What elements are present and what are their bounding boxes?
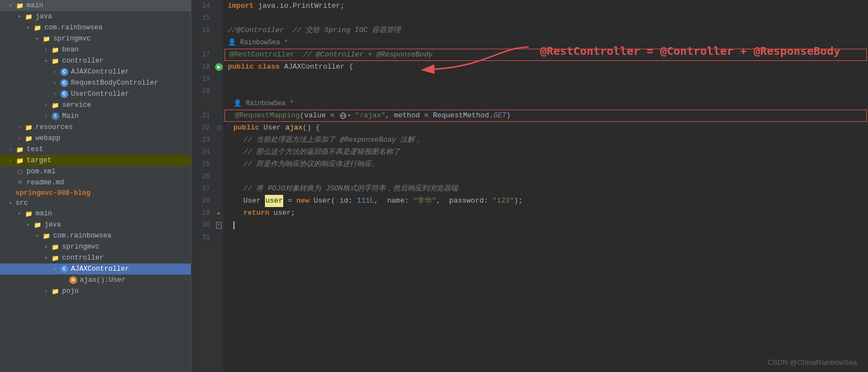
md-icon: M xyxy=(16,178,24,187)
method-icon: m xyxy=(69,276,78,285)
tree-item-ajax-method[interactable]: m ajax():User xyxy=(0,275,191,286)
code-line-20 xyxy=(223,85,868,97)
tree-arrow: › xyxy=(53,91,60,97)
tree-item-user-controller[interactable]: › C UserController xyxy=(0,89,191,100)
code-line-23: // 当前处理器方法上添加了 @ResponseBoay 注解， xyxy=(223,134,868,146)
tree-item-main[interactable]: ▾ 📁 main xyxy=(0,0,191,11)
keyword-public: public xyxy=(233,122,259,134)
tree-arrow: › xyxy=(44,288,51,294)
gutter-icon xyxy=(215,231,223,244)
gutter-icon: ⬡ xyxy=(215,122,223,134)
code-text: User xyxy=(243,195,265,207)
comment-zh-25: // 而是作为响应协议的响应体进行响应。 xyxy=(243,158,379,170)
tree-arrow: › xyxy=(44,102,51,108)
code-line-31 xyxy=(223,231,868,244)
tree-arrow: › xyxy=(9,147,16,153)
tree-item-requestbody-controller[interactable]: › C RequestBodyController xyxy=(0,78,191,89)
tree-item-project2[interactable]: springmvc-008-blog xyxy=(0,188,191,198)
tree-item-test[interactable]: › 📁 test xyxy=(0,144,191,155)
tree-label: resources xyxy=(35,123,188,131)
tree-item-springmvc[interactable]: ▾ 📁 springmvc xyxy=(0,33,191,44)
tree-item-ajax-controller[interactable]: › C AJAXController xyxy=(0,66,191,78)
line-num: 22 xyxy=(191,122,210,134)
tree-item-pom[interactable]: ⬡ pom.xml xyxy=(0,166,191,177)
tree-label: controller xyxy=(62,57,188,65)
line-num: 24 xyxy=(191,146,210,158)
comment-zh-23: // 当前处理器方法上添加了 @ResponseBoay 注解， xyxy=(243,134,422,146)
tree-arrow: ▾ xyxy=(35,232,42,239)
folder-icon: 📁 xyxy=(51,101,60,110)
line-num: 21 xyxy=(191,110,210,122)
tree-item-controller[interactable]: ▾ 📁 controller xyxy=(0,55,191,66)
var-user: user xyxy=(265,195,283,207)
gutter-icon xyxy=(215,12,223,24)
tree-label: Main xyxy=(62,112,188,120)
tree-label: service xyxy=(62,101,188,109)
tree-item-main-class[interactable]: › C Main xyxy=(0,111,191,122)
tree-item-com2[interactable]: ▾ 📁 com.rainbowsea xyxy=(0,230,191,241)
tree-item-java[interactable]: ▾ 📁 java xyxy=(0,11,191,22)
tree-item-controller2[interactable]: ▾ 📁 controller xyxy=(0,252,191,264)
code-space xyxy=(351,110,355,122)
code-line-author2: 👤 RainbowSea * xyxy=(223,97,868,110)
tree-arrow: › xyxy=(53,69,60,75)
code-line-15 xyxy=(223,12,868,24)
gutter-icon xyxy=(215,37,223,49)
tree-item-com[interactable]: ▾ 📁 com.rainbowsea xyxy=(0,22,191,33)
file-tree: ▾ 📁 main ▾ 📁 java ▾ 📁 com.rainbowsea ▾ 📁… xyxy=(0,0,191,372)
tree-arrow xyxy=(9,180,16,186)
gutter: ▶ ⬡ ⊳ + xyxy=(215,0,223,372)
line-num: 19 xyxy=(191,73,210,85)
folder-icon: 📁 xyxy=(51,254,60,262)
code-text: , password: xyxy=(436,195,492,207)
line-num: 20 xyxy=(191,85,210,97)
code-line-28: User user = new User( id: 111L , name: "… xyxy=(223,195,868,207)
code-text: java.io.PrintWriter; xyxy=(254,0,345,12)
gutter-icon: + xyxy=(215,219,223,231)
code-content[interactable]: import java.io.PrintWriter; //@Controlle… xyxy=(223,0,868,372)
code-line-24: // 那么这个方法的返回值不再是逻辑视图名称了 xyxy=(223,146,868,158)
tree-item-target[interactable]: › 📁 target xyxy=(0,155,191,166)
tree-item-main3[interactable]: ▾ 📁 main xyxy=(0,208,191,219)
tree-item-springmvc2[interactable]: ▾ 📁 springmvc xyxy=(0,241,191,252)
annotation-text: @RestController xyxy=(229,49,294,61)
line-num: 31 xyxy=(191,231,210,244)
tree-item-readme[interactable]: M readme.md xyxy=(0,177,191,188)
code-text: , method = RequestMethod. xyxy=(385,110,493,122)
tree-item-ajax2-selected[interactable]: ▾ C AJAXController xyxy=(0,264,191,275)
tree-item-src2[interactable]: ▾ src xyxy=(0,198,191,208)
tree-item-resources[interactable]: › 📁 resources xyxy=(0,122,191,133)
method-get: GET xyxy=(493,110,506,122)
keyword-class: class xyxy=(258,61,280,73)
gutter-icon xyxy=(215,73,223,85)
tree-item-pojo[interactable]: › 📁 pojo xyxy=(0,286,191,297)
code-line-29: return user; xyxy=(223,207,868,219)
gutter-icon xyxy=(215,146,223,158)
line-num: 23 xyxy=(191,134,210,146)
tree-label: com.rainbowsea xyxy=(53,232,188,240)
tree-arrow: › xyxy=(44,113,51,120)
tree-arrow: › xyxy=(18,125,24,131)
folder-icon: 📁 xyxy=(33,23,42,32)
tree-item-webapp[interactable]: › 📁 webapp xyxy=(0,133,191,144)
tree-label: ajax():User xyxy=(80,276,188,284)
line-num: 30 xyxy=(191,219,210,231)
comment-zh-24: // 那么这个方法的返回值不再是逻辑视图名称了 xyxy=(243,146,400,158)
tree-label: springmvc-008-blog xyxy=(16,189,188,197)
xml-icon: ⬡ xyxy=(16,167,24,176)
tree-label: pom.xml xyxy=(27,168,188,175)
tree-item-service[interactable]: › 📁 service xyxy=(0,100,191,111)
tree-item-bean[interactable]: › 📁 bean xyxy=(0,44,191,55)
gutter-icon xyxy=(215,195,223,207)
code-text: User( id: xyxy=(309,195,357,207)
tree-item-java2[interactable]: ▾ 📁 java xyxy=(0,219,191,230)
author-text: RainbowSea * xyxy=(236,37,288,49)
tree-arrow: ▾ xyxy=(18,210,24,217)
string-value: "/ajax" xyxy=(355,110,385,122)
java-class-icon: C xyxy=(60,90,69,99)
gutter-icon xyxy=(215,134,223,146)
tree-label: src xyxy=(16,199,188,207)
gutter-run-icon[interactable]: ▶ xyxy=(215,63,223,71)
tree-label: main xyxy=(27,2,188,9)
line-num: 14 xyxy=(191,0,210,12)
